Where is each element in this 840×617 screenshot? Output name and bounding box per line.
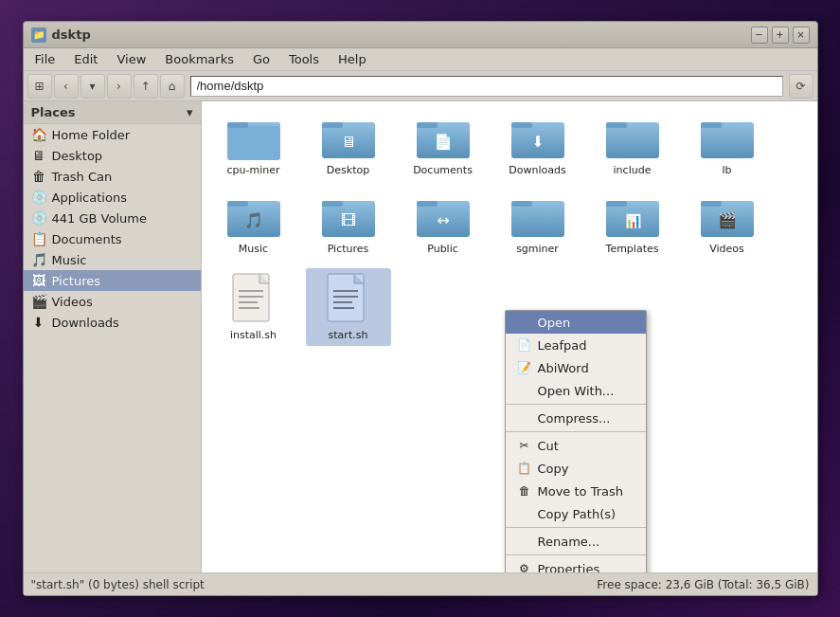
- context-menu: Open 📄 Leafpad 📝 AbiWord Open With...: [505, 310, 647, 572]
- sidebar-item-documents-label: Documents: [52, 232, 122, 246]
- folder-icon: 🎬: [701, 193, 754, 239]
- svg-text:⬇: ⬇: [531, 133, 544, 151]
- menu-view[interactable]: View: [109, 50, 153, 68]
- new-tab-button[interactable]: ⊞: [27, 74, 52, 99]
- maximize-button[interactable]: +: [772, 27, 789, 44]
- sidebar-item-home-label: Home Folder: [52, 128, 131, 142]
- sidebar-item-applications-label: Applications: [52, 191, 127, 205]
- sidebar-toggle[interactable]: ▾: [187, 105, 193, 119]
- ctx-separator-4: [506, 554, 646, 555]
- sidebar-item-applications[interactable]: 💿 Applications: [24, 187, 201, 208]
- address-bar[interactable]: [190, 76, 783, 97]
- ctx-open-with[interactable]: Open With...: [506, 379, 646, 402]
- file-name: Documents: [413, 164, 473, 176]
- sidebar-item-downloads[interactable]: ⬇ Downloads: [24, 312, 201, 333]
- ctx-copy-label: Copy: [538, 462, 569, 476]
- ctx-leafpad[interactable]: 📄 Leafpad: [506, 334, 646, 356]
- file-name: Pictures: [328, 243, 369, 255]
- sidebar-item-desktop-label: Desktop: [52, 149, 103, 163]
- list-item[interactable]: lb: [685, 111, 770, 180]
- menu-bar: File Edit View Bookmarks Go Tools Help: [24, 48, 817, 71]
- sidebar-item-music-label: Music: [52, 253, 87, 267]
- up-button[interactable]: ↑: [134, 74, 158, 99]
- sidebar-item-volume[interactable]: 💿 441 GB Volume: [24, 208, 201, 228]
- status-left: "start.sh" (0 bytes) shell script: [31, 578, 205, 591]
- window-icon: 📁: [31, 27, 46, 43]
- file-name: Videos: [709, 243, 744, 255]
- ctx-open[interactable]: Open: [506, 311, 646, 334]
- back-button[interactable]: ‹: [54, 74, 79, 99]
- sidebar-item-home[interactable]: 🏠 Home Folder: [24, 124, 201, 145]
- music-sidebar-icon: 🎵: [31, 252, 46, 267]
- cut-icon: ✂: [517, 439, 532, 452]
- script-icon: [326, 272, 371, 325]
- ctx-move-to-trash[interactable]: 🗑 Move to Trash: [506, 480, 646, 502]
- ctx-properties[interactable]: ⚙ Properties: [506, 557, 646, 572]
- sidebar-item-pictures[interactable]: 🖼 Pictures: [24, 270, 201, 291]
- sidebar-item-music[interactable]: 🎵 Music: [24, 249, 201, 270]
- close-button[interactable]: ×: [793, 27, 810, 44]
- file-name: sgminer: [516, 243, 559, 255]
- list-item[interactable]: ↔ Public: [401, 190, 486, 259]
- menu-edit[interactable]: Edit: [66, 50, 105, 68]
- properties-icon: ⚙: [517, 562, 532, 572]
- dropdown-button[interactable]: ▾: [80, 74, 105, 99]
- forward-button[interactable]: ›: [107, 74, 132, 99]
- title-bar-left: 📁 dsktp: [31, 27, 91, 43]
- ctx-rename[interactable]: Rename...: [506, 530, 646, 553]
- sidebar-item-trash[interactable]: 🗑 Trash Can: [24, 166, 201, 187]
- sidebar-item-videos[interactable]: 🎬 Videos: [24, 291, 201, 312]
- ctx-abiword[interactable]: 📝 AbiWord: [506, 356, 646, 379]
- ctx-properties-label: Properties: [538, 562, 600, 573]
- svg-rect-5: [322, 122, 343, 128]
- reload-button[interactable]: ⟳: [789, 74, 813, 99]
- list-item[interactable]: include: [590, 111, 675, 180]
- main-content: Places ▾ 🏠 Home Folder 🖥 Desktop 🗑 Trash…: [24, 101, 817, 572]
- svg-rect-8: [417, 122, 438, 128]
- list-item[interactable]: 🎬 Videos: [685, 190, 770, 259]
- file-name: Public: [427, 243, 458, 255]
- ctx-compress[interactable]: Compress...: [506, 407, 646, 429]
- ctx-abiword-label: AbiWord: [538, 361, 589, 375]
- list-item[interactable]: 🖥 Desktop: [306, 111, 391, 180]
- svg-rect-18: [227, 201, 248, 207]
- file-manager-window: 📁 dsktp − + × File Edit View Bookmarks G…: [23, 21, 818, 596]
- list-item[interactable]: 📄 Documents: [401, 111, 486, 180]
- list-item[interactable]: 📊 Templates: [590, 190, 675, 259]
- menu-tools[interactable]: Tools: [281, 50, 327, 68]
- ctx-cut[interactable]: ✂ Cut: [506, 434, 646, 457]
- menu-help[interactable]: Help: [331, 50, 374, 68]
- menu-go[interactable]: Go: [245, 50, 277, 68]
- svg-text:🎞: 🎞: [341, 211, 356, 229]
- file-area[interactable]: cpu-miner 🖥 Desktop: [202, 101, 817, 572]
- home-button[interactable]: ⌂: [160, 74, 185, 99]
- window-title: dsktp: [52, 27, 91, 42]
- abiword-icon: 📝: [517, 361, 532, 374]
- list-item[interactable]: install.sh: [211, 268, 296, 345]
- ctx-copy[interactable]: 📋 Copy: [506, 457, 646, 480]
- menu-file[interactable]: File: [27, 50, 63, 68]
- folder-icon: [511, 193, 564, 239]
- title-bar-buttons: − + ×: [751, 27, 810, 44]
- sidebar-title: Places: [31, 105, 76, 119]
- list-item[interactable]: start.sh: [306, 268, 391, 345]
- applications-icon: 💿: [31, 190, 46, 205]
- sidebar-item-desktop[interactable]: 🖥 Desktop: [24, 145, 201, 166]
- file-name: install.sh: [230, 329, 277, 341]
- list-item[interactable]: 🎵 Music: [211, 190, 296, 259]
- ctx-separator-1: [506, 404, 646, 405]
- folder-icon: [227, 115, 280, 160]
- downloads-sidebar-icon: ⬇: [31, 315, 46, 330]
- ctx-separator-3: [506, 527, 646, 528]
- svg-text:🎬: 🎬: [718, 211, 737, 229]
- list-item[interactable]: ⬇ Downloads: [495, 111, 581, 180]
- minimize-button[interactable]: −: [751, 27, 768, 44]
- menu-bookmarks[interactable]: Bookmarks: [157, 50, 241, 68]
- desktop-icon: 🖥: [31, 148, 46, 163]
- list-item[interactable]: cpu-miner: [211, 111, 296, 180]
- list-item[interactable]: 🎞 Pictures: [306, 190, 391, 259]
- list-item[interactable]: sgminer: [495, 190, 581, 259]
- svg-rect-3: [227, 122, 248, 128]
- sidebar-item-documents[interactable]: 📋 Documents: [24, 228, 201, 249]
- ctx-copy-path[interactable]: Copy Path(s): [506, 502, 646, 525]
